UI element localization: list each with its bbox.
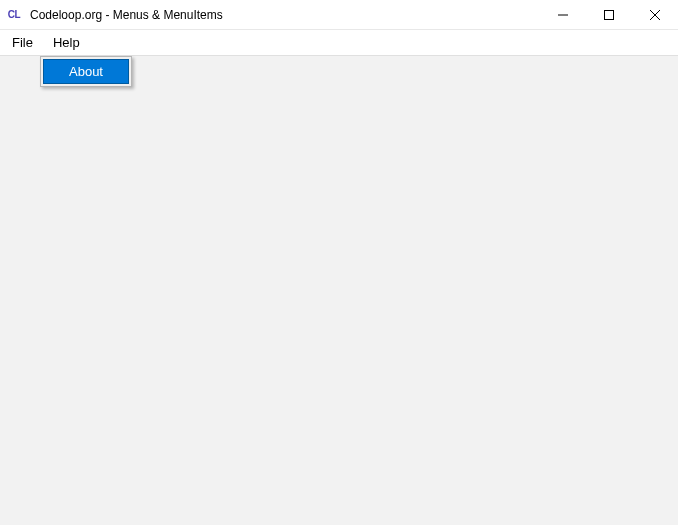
minimize-button[interactable] — [540, 0, 586, 29]
maximize-icon — [604, 10, 614, 20]
titlebar: CL Codeloop.org - Menus & MenuItems — [0, 0, 678, 30]
menubar: File Help — [0, 30, 678, 56]
window-title: Codeloop.org - Menus & MenuItems — [30, 8, 540, 22]
content-area: About — [0, 56, 678, 525]
help-dropdown: About — [40, 56, 132, 87]
menu-help[interactable]: Help — [43, 32, 90, 53]
close-button[interactable] — [632, 0, 678, 29]
minimize-icon — [558, 10, 568, 20]
maximize-button[interactable] — [586, 0, 632, 29]
window-controls — [540, 0, 678, 29]
menu-item-about[interactable]: About — [43, 59, 129, 84]
menu-file[interactable]: File — [2, 32, 43, 53]
app-icon: CL — [6, 7, 22, 23]
svg-rect-1 — [605, 10, 614, 19]
close-icon — [650, 10, 660, 20]
